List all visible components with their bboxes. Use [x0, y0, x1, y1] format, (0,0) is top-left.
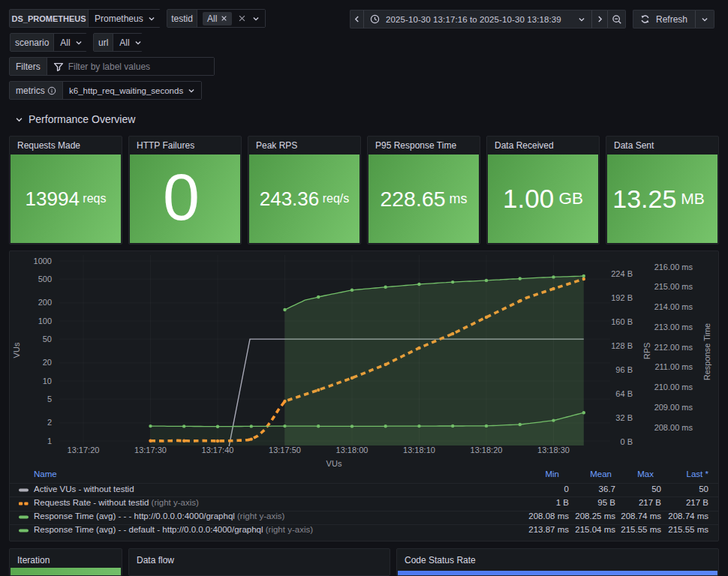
- svg-text:128 B: 128 B: [611, 341, 633, 350]
- svg-text:160 B: 160 B: [611, 317, 633, 326]
- svg-text:64 B: 64 B: [615, 389, 633, 398]
- svg-text:215.00 ms: 215.00 ms: [654, 282, 693, 291]
- svg-text:RPS: RPS: [642, 343, 651, 360]
- svg-text:32 B: 32 B: [615, 413, 633, 422]
- svg-text:50: 50: [43, 334, 52, 344]
- svg-text:211.00 ms: 211.00 ms: [654, 362, 693, 371]
- svg-text:VUs: VUs: [12, 342, 21, 358]
- svg-text:13:18:30: 13:18:30: [537, 446, 570, 454]
- svg-text:192 B: 192 B: [611, 293, 633, 302]
- svg-text:1: 1: [47, 436, 52, 446]
- svg-text:5: 5: [47, 394, 52, 404]
- svg-text:13:18:10: 13:18:10: [403, 446, 435, 454]
- svg-text:224 B: 224 B: [611, 269, 633, 278]
- svg-text:212.00 ms: 212.00 ms: [654, 343, 693, 352]
- svg-text:213.00 ms: 213.00 ms: [654, 322, 693, 332]
- svg-text:100: 100: [38, 316, 52, 326]
- svg-text:20: 20: [43, 358, 52, 367]
- svg-text:209.00 ms: 209.00 ms: [654, 403, 693, 412]
- svg-text:13:18:00: 13:18:00: [336, 446, 369, 454]
- svg-text:13:18:20: 13:18:20: [471, 446, 503, 454]
- svg-text:Response Time: Response Time: [702, 323, 711, 380]
- svg-text:10: 10: [43, 376, 52, 386]
- svg-text:200: 200: [38, 298, 52, 307]
- svg-text:500: 500: [38, 274, 52, 284]
- svg-text:13:17:30: 13:17:30: [134, 446, 167, 454]
- svg-text:13:17:40: 13:17:40: [202, 446, 234, 454]
- svg-text:2: 2: [47, 418, 52, 427]
- svg-text:210.00 ms: 210.00 ms: [654, 382, 693, 392]
- svg-text:214.00 ms: 214.00 ms: [654, 302, 693, 311]
- svg-text:208.00 ms: 208.00 ms: [654, 423, 693, 432]
- svg-text:13:17:20: 13:17:20: [68, 446, 100, 454]
- svg-text:96 B: 96 B: [615, 365, 633, 374]
- svg-text:216.00 ms: 216.00 ms: [654, 262, 693, 272]
- svg-text:13:17:50: 13:17:50: [269, 446, 301, 454]
- svg-text:1000: 1000: [34, 256, 52, 266]
- svg-text:0 B: 0 B: [620, 437, 633, 446]
